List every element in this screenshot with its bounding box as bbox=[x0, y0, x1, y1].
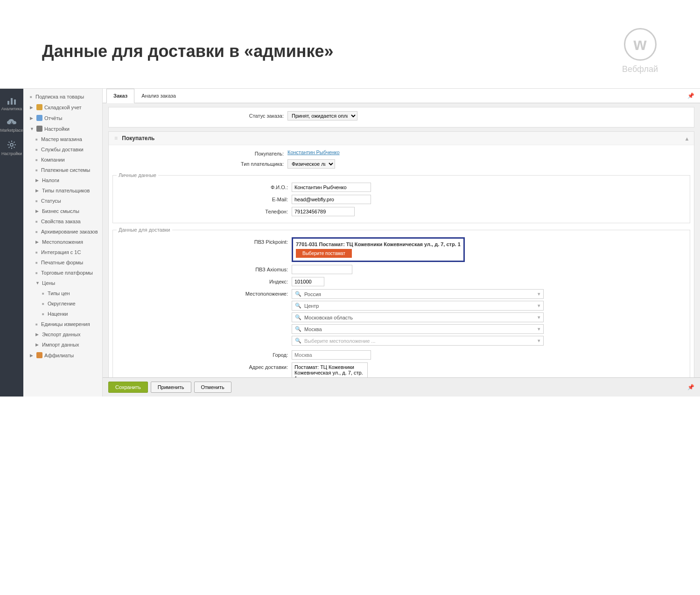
sidebar-item[interactable]: ▶Складской учет bbox=[23, 102, 102, 113]
city-label: Город: bbox=[117, 350, 292, 358]
select-postamat-button[interactable]: Выберите постамат bbox=[296, 249, 352, 258]
loc-region-select[interactable]: 🔍Центр▾ bbox=[292, 301, 544, 311]
city-input[interactable] bbox=[292, 350, 371, 360]
sidebar-item[interactable]: ■Единицы измерения bbox=[23, 319, 102, 329]
svg-rect-0 bbox=[7, 101, 9, 105]
sidebar-item[interactable]: ▶Местоположения bbox=[23, 237, 102, 247]
phone-input[interactable] bbox=[292, 207, 355, 216]
iconbar-settings[interactable]: Настройки bbox=[0, 136, 23, 160]
sidebar-item[interactable]: ■Статусы bbox=[23, 196, 102, 206]
house-icon bbox=[36, 104, 42, 110]
sidebar-item[interactable]: ▶Отчёты bbox=[23, 113, 102, 123]
loc-extra-select[interactable]: 🔍Выберите местоположение ...▾ bbox=[292, 336, 544, 346]
buyer-label: Покупатель: bbox=[112, 149, 287, 156]
sidebar-item-label: Статусы bbox=[41, 198, 61, 204]
buyer-panel-title: Покупатель bbox=[122, 135, 154, 142]
sidebar-item[interactable]: ■Интеграция с 1С bbox=[23, 247, 102, 257]
collapse-arrow-icon: ▼ bbox=[30, 127, 35, 131]
delivery-legend: Данные для доставки bbox=[117, 227, 172, 233]
expand-arrow-icon: ▶ bbox=[35, 342, 40, 347]
sidebar-item[interactable]: ▶Типы плательщиков bbox=[23, 185, 102, 196]
save-button[interactable]: Сохранить bbox=[108, 382, 148, 393]
svg-rect-1 bbox=[11, 98, 13, 105]
sidebar-item-label: Типы плательщиков bbox=[42, 188, 90, 193]
sidebar-item[interactable]: ▶Аффилиаты bbox=[23, 350, 102, 361]
sidebar-item[interactable]: ■Типы цен bbox=[23, 288, 102, 298]
sidebar-item[interactable]: ▼Цены bbox=[23, 278, 102, 288]
fio-input[interactable] bbox=[292, 183, 371, 192]
sidebar-item[interactable]: ■Свойства заказа bbox=[23, 216, 102, 227]
sidebar-item[interactable]: ■Наценки bbox=[23, 309, 102, 319]
bullet-icon: ■ bbox=[35, 230, 39, 234]
bullet-icon: ■ bbox=[35, 322, 39, 326]
chevron-down-icon: ▾ bbox=[538, 291, 540, 297]
bullet-icon: ■ bbox=[30, 95, 34, 99]
payer-type-label: Тип плательщика: bbox=[112, 159, 287, 167]
sidebar-item[interactable]: ■Архивирование заказов bbox=[23, 227, 102, 237]
sidebar-item[interactable]: ▶Бизнес смыслы bbox=[23, 206, 102, 216]
search-icon: 🔍 bbox=[295, 314, 301, 320]
location-label: Местоположение: bbox=[117, 289, 292, 297]
sidebar-item-label: Компании bbox=[41, 157, 65, 163]
svg-point-3 bbox=[10, 143, 13, 146]
index-input[interactable] bbox=[292, 277, 324, 286]
bullet-icon: ■ bbox=[35, 271, 39, 275]
sidebar-item[interactable]: ■Округление bbox=[23, 298, 102, 309]
drag-handle-icon[interactable]: ≡ bbox=[114, 135, 118, 142]
pin-icon[interactable]: 📌 bbox=[687, 384, 694, 390]
sidebar-item[interactable]: ■Подписка на товары bbox=[23, 92, 102, 102]
delivery-fieldset: Данные для доставки ПВЗ Pickpoint: 7701-… bbox=[112, 227, 690, 392]
footer-bar: Сохранить Применить Отменить 📌 bbox=[103, 377, 700, 397]
phone-label: Телефон: bbox=[117, 207, 292, 214]
buyer-link[interactable]: Константин Рыбченко bbox=[287, 149, 340, 155]
bullet-icon: ■ bbox=[35, 199, 39, 203]
sidebar-item-label: Торговые платформы bbox=[41, 270, 93, 276]
collapse-icon[interactable]: ▴ bbox=[686, 135, 688, 142]
sidebar-item[interactable]: ■Печатные формы bbox=[23, 257, 102, 268]
search-icon: 🔍 bbox=[295, 338, 301, 344]
tab-order[interactable]: Заказ bbox=[106, 89, 134, 103]
gear-icon bbox=[7, 140, 16, 149]
affiliate-icon bbox=[36, 352, 42, 358]
search-icon: 🔍 bbox=[295, 303, 301, 309]
sidebar-item[interactable]: ■Службы доставки bbox=[23, 144, 102, 155]
tab-analysis[interactable]: Анализ заказа bbox=[134, 89, 183, 103]
loc-country-select[interactable]: 🔍Россия▾ bbox=[292, 289, 544, 299]
sidebar-item-label: Отчёты bbox=[44, 115, 62, 121]
sidebar-item-label: Типы цен bbox=[48, 290, 70, 296]
order-status-label: Статус заказа: bbox=[112, 111, 287, 119]
loc-city-select[interactable]: 🔍Москва▾ bbox=[292, 324, 544, 334]
expand-arrow-icon: ▶ bbox=[35, 188, 40, 193]
pin-icon[interactable]: 📌 bbox=[687, 92, 694, 99]
sidebar-item[interactable]: ■Компании bbox=[23, 155, 102, 165]
sidebar-item[interactable]: ■Мастер магазина bbox=[23, 134, 102, 144]
address-label: Адрес доставки: bbox=[117, 362, 292, 370]
sidebar-item[interactable]: ▶Экспорт данных bbox=[23, 329, 102, 340]
apply-button[interactable]: Применить bbox=[151, 382, 191, 393]
axiomus-input[interactable] bbox=[292, 265, 352, 274]
sidebar-item[interactable]: ■Платежные системы bbox=[23, 165, 102, 175]
iconbar-marketplace[interactable]: Marketplace bbox=[0, 115, 23, 136]
slide-title: Данные для доставки в «админке» bbox=[42, 42, 334, 61]
sidebar-item-label: Налоги bbox=[42, 177, 59, 183]
sidebar-item[interactable]: ■Торговые платформы bbox=[23, 268, 102, 278]
sidebar-item[interactable]: ▶Импорт данных bbox=[23, 340, 102, 350]
sidebar-item[interactable]: ▶Налоги bbox=[23, 175, 102, 185]
sidebar-item-label: Свойства заказа bbox=[41, 219, 81, 224]
iconbar-analytics[interactable]: Аналитика bbox=[0, 92, 23, 115]
payer-type-select[interactable]: Физическое лицо [1] bbox=[287, 159, 335, 169]
bullet-icon: ■ bbox=[35, 168, 39, 172]
personal-fieldset: Личные данные Ф.И.О.: E-Mail: Телефон: bbox=[112, 172, 690, 223]
sidebar-item[interactable]: ▼Настройки bbox=[23, 123, 102, 134]
sidebar-item-label: Экспорт данных bbox=[42, 332, 80, 337]
logo-letter-icon: w bbox=[634, 35, 647, 54]
report-icon bbox=[36, 115, 42, 121]
bullet-icon: ■ bbox=[35, 261, 39, 265]
sidebar-item-label: Мастер магазина bbox=[41, 136, 82, 142]
email-input[interactable] bbox=[292, 195, 371, 204]
order-status-select[interactable]: Принят, ожидается оплата bbox=[287, 111, 357, 120]
pickpoint-text: 7701-031 Постамат: ТЦ Кожевники Кожевнич… bbox=[296, 241, 461, 247]
loc-oblast-select[interactable]: 🔍Московская область▾ bbox=[292, 312, 544, 322]
axiomus-label: ПВЗ Axiomus: bbox=[117, 265, 292, 272]
cancel-button[interactable]: Отменить bbox=[194, 382, 231, 393]
